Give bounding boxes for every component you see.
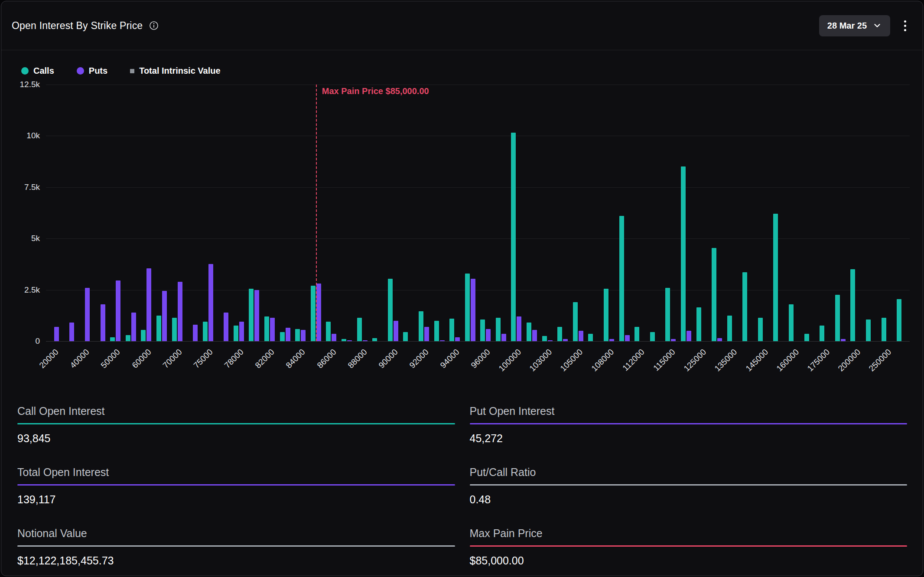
calls-bar-110000[interactable] <box>619 216 624 341</box>
calls-bar-87000[interactable] <box>342 339 346 341</box>
calls-bar-83000[interactable] <box>280 332 285 341</box>
puts-bar-86000[interactable] <box>332 334 336 341</box>
open-interest-chart[interactable]: 02.5k5k7.5k10k12.5k200004000050000600007… <box>46 85 910 341</box>
calls-bar-105000[interactable] <box>573 302 578 341</box>
more-options-button[interactable] <box>902 18 908 34</box>
puts-bar-100000[interactable] <box>517 316 521 341</box>
puts-bar-75000[interactable] <box>208 264 213 341</box>
calls-bar-94000[interactable] <box>449 319 454 341</box>
calls-bar-300000[interactable] <box>897 299 901 341</box>
calls-bar-200000[interactable] <box>850 269 855 341</box>
calls-bar-145000[interactable] <box>758 318 763 341</box>
calls-bar-150000[interactable] <box>773 214 778 341</box>
calls-bar-82000[interactable] <box>264 316 269 341</box>
calls-bar-175000[interactable] <box>820 326 824 341</box>
puts-bar-76000[interactable] <box>224 313 228 341</box>
calls-bar-250000[interactable] <box>882 318 886 341</box>
legend-item-total-intrinsic-value[interactable]: Total Intrinsic Value <box>130 66 220 76</box>
calls-bar-100000[interactable] <box>511 133 516 341</box>
puts-bar-130000[interactable] <box>717 338 722 341</box>
puts-bar-180000[interactable] <box>841 339 846 341</box>
calls-bar-112000[interactable] <box>634 327 639 341</box>
calls-bar-85000[interactable] <box>311 286 316 341</box>
puts-bar-85000[interactable] <box>316 284 321 341</box>
calls-bar-90000[interactable] <box>388 279 393 341</box>
calls-bar-103000[interactable] <box>542 336 547 341</box>
puts-bar-103000[interactable] <box>548 340 553 341</box>
calls-bar-91000[interactable] <box>403 332 408 341</box>
y-axis-label: 10k <box>26 131 40 140</box>
calls-bar-170000[interactable] <box>804 334 809 341</box>
calls-bar-108000[interactable] <box>604 289 608 341</box>
calls-bar-130000[interactable] <box>712 248 716 341</box>
x-axis-label: 84000 <box>284 347 307 370</box>
calls-bar-115000[interactable] <box>665 288 670 341</box>
puts-bar-87000[interactable] <box>347 340 352 341</box>
puts-bar-65000[interactable] <box>162 291 167 341</box>
calls-bar-50000[interactable] <box>110 337 115 341</box>
calls-bar-96000[interactable] <box>480 319 485 341</box>
puts-bar-84000[interactable] <box>301 330 306 341</box>
puts-bar-20000[interactable] <box>54 327 59 341</box>
puts-bar-82000[interactable] <box>270 318 275 341</box>
calls-bar-92000[interactable] <box>419 311 423 341</box>
calls-bar-125000[interactable] <box>696 307 701 341</box>
puts-bar-98000[interactable] <box>501 334 506 341</box>
calls-bar-180000[interactable] <box>835 295 840 341</box>
calls-bar-75000[interactable] <box>203 322 208 341</box>
calls-bar-140000[interactable] <box>742 272 747 341</box>
calls-bar-102000[interactable] <box>527 323 531 341</box>
calls-bar-160000[interactable] <box>789 304 794 341</box>
calls-bar-88000[interactable] <box>357 318 362 341</box>
puts-bar-78000[interactable] <box>239 322 244 341</box>
calls-bar-106000[interactable] <box>588 334 593 341</box>
stat-notional-value: Notional Value$12,122,185,455.73 <box>17 527 455 567</box>
puts-bar-72000[interactable] <box>193 325 198 341</box>
puts-bar-94000[interactable] <box>455 337 460 341</box>
calls-bar-220000[interactable] <box>866 319 871 341</box>
calls-bar-135000[interactable] <box>727 316 732 341</box>
legend-item-puts[interactable]: Puts <box>77 66 107 76</box>
puts-bar-102000[interactable] <box>532 330 537 341</box>
calls-bar-70000[interactable] <box>172 318 177 341</box>
calls-bar-98000[interactable] <box>496 318 501 341</box>
puts-bar-95000[interactable] <box>471 279 475 341</box>
puts-bar-96000[interactable] <box>486 329 491 341</box>
puts-bar-80000[interactable] <box>254 290 259 341</box>
puts-bar-92000[interactable] <box>424 327 429 341</box>
puts-bar-88000[interactable] <box>363 340 368 341</box>
puts-bar-115000[interactable] <box>671 339 676 341</box>
calls-bar-65000[interactable] <box>156 316 161 341</box>
puts-bar-60000[interactable] <box>146 268 151 341</box>
puts-bar-30000[interactable] <box>69 323 74 341</box>
calls-bar-93000[interactable] <box>434 321 439 341</box>
calls-bar-86000[interactable] <box>326 322 331 341</box>
x-axis-label: 112000 <box>621 347 646 373</box>
calls-bar-55000[interactable] <box>126 335 130 341</box>
puts-bar-83000[interactable] <box>286 328 290 341</box>
info-icon[interactable] <box>149 20 159 31</box>
puts-bar-105000[interactable] <box>579 331 583 341</box>
puts-bar-110000[interactable] <box>625 335 630 341</box>
calls-bar-95000[interactable] <box>465 274 470 341</box>
calls-bar-84000[interactable] <box>295 329 300 341</box>
puts-bar-120000[interactable] <box>686 331 691 341</box>
calls-bar-80000[interactable] <box>249 289 254 341</box>
puts-bar-70000[interactable] <box>178 282 182 341</box>
calls-bar-120000[interactable] <box>681 166 686 341</box>
puts-bar-104000[interactable] <box>563 339 568 341</box>
puts-bar-90000[interactable] <box>394 321 398 341</box>
puts-bar-50000[interactable] <box>116 280 120 341</box>
calls-bar-114000[interactable] <box>650 332 655 341</box>
puts-bar-45000[interactable] <box>101 304 105 341</box>
puts-bar-40000[interactable] <box>85 288 90 341</box>
puts-bar-55000[interactable] <box>131 313 136 341</box>
expiry-date-dropdown[interactable]: 28 Mar 25 <box>819 15 890 36</box>
puts-bar-108000[interactable] <box>609 339 614 341</box>
calls-bar-89000[interactable] <box>372 338 377 341</box>
puts-bar-93000[interactable] <box>440 340 445 341</box>
calls-bar-104000[interactable] <box>557 327 562 341</box>
legend-item-calls[interactable]: Calls <box>21 66 54 76</box>
calls-bar-60000[interactable] <box>141 330 146 341</box>
calls-bar-78000[interactable] <box>234 326 238 341</box>
